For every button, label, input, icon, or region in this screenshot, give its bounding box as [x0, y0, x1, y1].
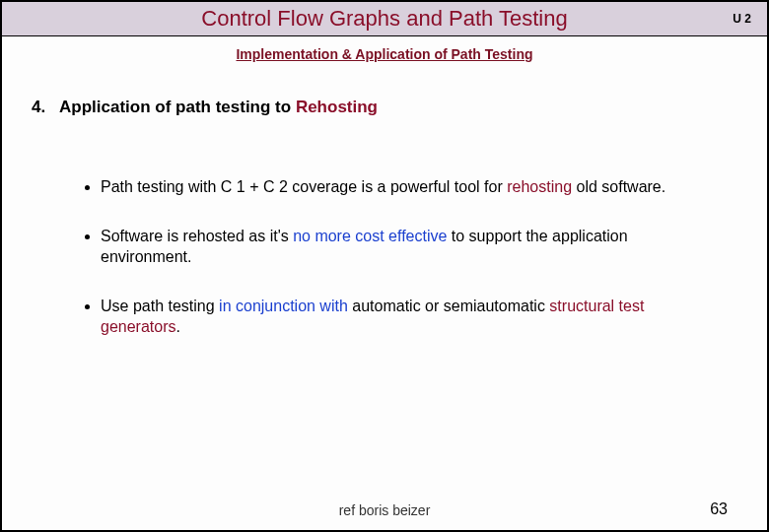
- page-number: 63: [710, 500, 728, 518]
- heading-text: Application of path testing to Rehosting: [59, 98, 378, 117]
- list-item: Software is rehosted as it's no more cos…: [101, 226, 718, 268]
- title-bar: Control Flow Graphs and Path Testing U 2: [2, 2, 767, 36]
- heading-number: 4.: [32, 98, 49, 117]
- unit-badge: U 2: [733, 12, 751, 26]
- bullet2-em: no more cost effective: [293, 228, 447, 244]
- section-heading: 4. Application of path testing to Rehost…: [32, 98, 737, 117]
- slide: Control Flow Graphs and Path Testing U 2…: [0, 0, 769, 532]
- footer-ref: ref boris beizer: [2, 502, 767, 518]
- heading-emph: Rehosting: [296, 98, 378, 116]
- bullet3-em1: in conjunction with: [219, 298, 348, 314]
- bullet3-post: .: [176, 318, 180, 335]
- slide-subtitle: Implementation & Application of Path Tes…: [2, 36, 767, 68]
- heading-prefix: Application of path testing to: [59, 98, 296, 116]
- list-item: Use path testing in conjunction with aut…: [101, 296, 718, 338]
- content-area: 4. Application of path testing to Rehost…: [2, 68, 767, 338]
- bullet3-mid: automatic or semiautomatic: [348, 298, 550, 314]
- bullet1-pre: Path testing with C 1 + C 2 coverage is …: [101, 178, 507, 195]
- slide-title: Control Flow Graphs and Path Testing: [201, 6, 567, 32]
- bullet1-em: rehosting: [507, 178, 572, 195]
- list-item: Path testing with C 1 + C 2 coverage is …: [101, 176, 718, 198]
- bullet3-pre: Use path testing: [101, 298, 219, 314]
- bullet-list: Path testing with C 1 + C 2 coverage is …: [32, 176, 737, 338]
- bullet2-pre: Software is rehosted as it's: [101, 228, 293, 244]
- bullet1-post: old software.: [572, 178, 665, 195]
